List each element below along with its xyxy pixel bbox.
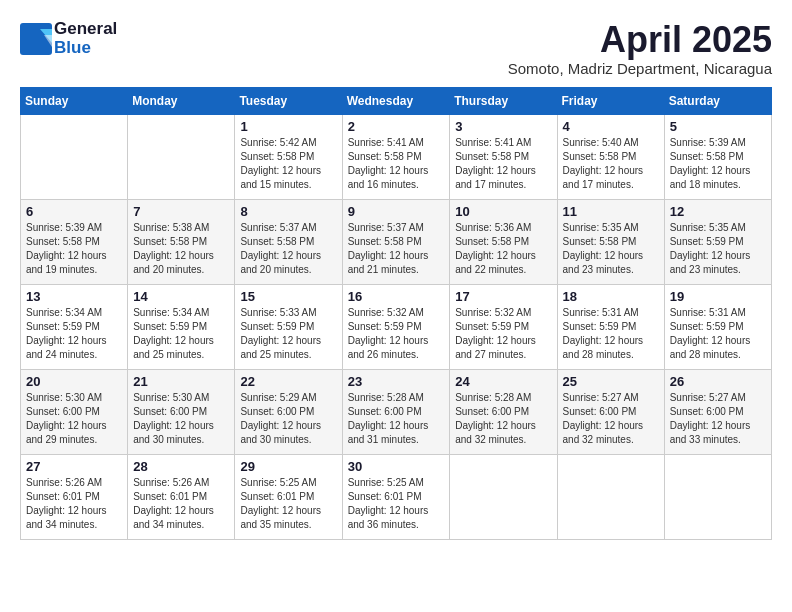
day-number: 10 xyxy=(455,204,551,219)
calendar-header-row: Sunday Monday Tuesday Wednesday Thursday… xyxy=(21,87,772,114)
day-info: Sunrise: 5:28 AMSunset: 6:00 PMDaylight:… xyxy=(455,391,551,447)
day-number: 30 xyxy=(348,459,445,474)
day-number: 28 xyxy=(133,459,229,474)
calendar-week-row: 1Sunrise: 5:42 AMSunset: 5:58 PMDaylight… xyxy=(21,114,772,199)
table-row: 26Sunrise: 5:27 AMSunset: 6:00 PMDayligh… xyxy=(664,369,771,454)
table-row: 14Sunrise: 5:34 AMSunset: 5:59 PMDayligh… xyxy=(128,284,235,369)
day-number: 27 xyxy=(26,459,122,474)
table-row: 29Sunrise: 5:25 AMSunset: 6:01 PMDayligh… xyxy=(235,454,342,539)
day-number: 2 xyxy=(348,119,445,134)
table-row: 20Sunrise: 5:30 AMSunset: 6:00 PMDayligh… xyxy=(21,369,128,454)
day-number: 29 xyxy=(240,459,336,474)
table-row: 21Sunrise: 5:30 AMSunset: 6:00 PMDayligh… xyxy=(128,369,235,454)
day-number: 5 xyxy=(670,119,766,134)
calendar-week-row: 27Sunrise: 5:26 AMSunset: 6:01 PMDayligh… xyxy=(21,454,772,539)
col-saturday: Saturday xyxy=(664,87,771,114)
table-row xyxy=(557,454,664,539)
table-row: 16Sunrise: 5:32 AMSunset: 5:59 PMDayligh… xyxy=(342,284,450,369)
day-info: Sunrise: 5:34 AMSunset: 5:59 PMDaylight:… xyxy=(133,306,229,362)
day-number: 15 xyxy=(240,289,336,304)
logo: General Blue xyxy=(20,20,117,57)
day-info: Sunrise: 5:37 AMSunset: 5:58 PMDaylight:… xyxy=(240,221,336,277)
table-row: 13Sunrise: 5:34 AMSunset: 5:59 PMDayligh… xyxy=(21,284,128,369)
day-number: 19 xyxy=(670,289,766,304)
day-info: Sunrise: 5:26 AMSunset: 6:01 PMDaylight:… xyxy=(133,476,229,532)
day-info: Sunrise: 5:29 AMSunset: 6:00 PMDaylight:… xyxy=(240,391,336,447)
table-row: 17Sunrise: 5:32 AMSunset: 5:59 PMDayligh… xyxy=(450,284,557,369)
table-row: 3Sunrise: 5:41 AMSunset: 5:58 PMDaylight… xyxy=(450,114,557,199)
day-info: Sunrise: 5:26 AMSunset: 6:01 PMDaylight:… xyxy=(26,476,122,532)
table-row: 2Sunrise: 5:41 AMSunset: 5:58 PMDaylight… xyxy=(342,114,450,199)
table-row xyxy=(664,454,771,539)
col-wednesday: Wednesday xyxy=(342,87,450,114)
day-number: 26 xyxy=(670,374,766,389)
day-info: Sunrise: 5:41 AMSunset: 5:58 PMDaylight:… xyxy=(455,136,551,192)
col-sunday: Sunday xyxy=(21,87,128,114)
day-number: 6 xyxy=(26,204,122,219)
logo-general: General xyxy=(54,20,117,39)
table-row: 8Sunrise: 5:37 AMSunset: 5:58 PMDaylight… xyxy=(235,199,342,284)
table-row xyxy=(450,454,557,539)
col-friday: Friday xyxy=(557,87,664,114)
day-info: Sunrise: 5:28 AMSunset: 6:00 PMDaylight:… xyxy=(348,391,445,447)
page-header: General Blue April 2025 Somoto, Madriz D… xyxy=(20,20,772,77)
day-info: Sunrise: 5:31 AMSunset: 5:59 PMDaylight:… xyxy=(670,306,766,362)
calendar-week-row: 6Sunrise: 5:39 AMSunset: 5:58 PMDaylight… xyxy=(21,199,772,284)
table-row: 18Sunrise: 5:31 AMSunset: 5:59 PMDayligh… xyxy=(557,284,664,369)
table-row: 10Sunrise: 5:36 AMSunset: 5:58 PMDayligh… xyxy=(450,199,557,284)
day-number: 3 xyxy=(455,119,551,134)
day-info: Sunrise: 5:37 AMSunset: 5:58 PMDaylight:… xyxy=(348,221,445,277)
day-number: 22 xyxy=(240,374,336,389)
table-row: 6Sunrise: 5:39 AMSunset: 5:58 PMDaylight… xyxy=(21,199,128,284)
day-number: 9 xyxy=(348,204,445,219)
calendar-table: Sunday Monday Tuesday Wednesday Thursday… xyxy=(20,87,772,540)
day-info: Sunrise: 5:35 AMSunset: 5:58 PMDaylight:… xyxy=(563,221,659,277)
col-monday: Monday xyxy=(128,87,235,114)
day-info: Sunrise: 5:30 AMSunset: 6:00 PMDaylight:… xyxy=(133,391,229,447)
day-number: 11 xyxy=(563,204,659,219)
day-number: 18 xyxy=(563,289,659,304)
day-number: 4 xyxy=(563,119,659,134)
day-info: Sunrise: 5:32 AMSunset: 5:59 PMDaylight:… xyxy=(455,306,551,362)
col-thursday: Thursday xyxy=(450,87,557,114)
day-info: Sunrise: 5:36 AMSunset: 5:58 PMDaylight:… xyxy=(455,221,551,277)
table-row: 4Sunrise: 5:40 AMSunset: 5:58 PMDaylight… xyxy=(557,114,664,199)
day-info: Sunrise: 5:42 AMSunset: 5:58 PMDaylight:… xyxy=(240,136,336,192)
day-number: 12 xyxy=(670,204,766,219)
table-row: 27Sunrise: 5:26 AMSunset: 6:01 PMDayligh… xyxy=(21,454,128,539)
day-info: Sunrise: 5:27 AMSunset: 6:00 PMDaylight:… xyxy=(563,391,659,447)
day-info: Sunrise: 5:33 AMSunset: 5:59 PMDaylight:… xyxy=(240,306,336,362)
day-number: 8 xyxy=(240,204,336,219)
day-info: Sunrise: 5:27 AMSunset: 6:00 PMDaylight:… xyxy=(670,391,766,447)
day-number: 7 xyxy=(133,204,229,219)
day-info: Sunrise: 5:32 AMSunset: 5:59 PMDaylight:… xyxy=(348,306,445,362)
logo-text: General Blue xyxy=(54,20,117,57)
day-number: 1 xyxy=(240,119,336,134)
day-info: Sunrise: 5:40 AMSunset: 5:58 PMDaylight:… xyxy=(563,136,659,192)
table-row: 15Sunrise: 5:33 AMSunset: 5:59 PMDayligh… xyxy=(235,284,342,369)
day-info: Sunrise: 5:41 AMSunset: 5:58 PMDaylight:… xyxy=(348,136,445,192)
day-number: 25 xyxy=(563,374,659,389)
day-info: Sunrise: 5:25 AMSunset: 6:01 PMDaylight:… xyxy=(240,476,336,532)
day-number: 17 xyxy=(455,289,551,304)
day-info: Sunrise: 5:39 AMSunset: 5:58 PMDaylight:… xyxy=(26,221,122,277)
day-number: 14 xyxy=(133,289,229,304)
day-number: 16 xyxy=(348,289,445,304)
table-row: 11Sunrise: 5:35 AMSunset: 5:58 PMDayligh… xyxy=(557,199,664,284)
day-number: 23 xyxy=(348,374,445,389)
day-number: 21 xyxy=(133,374,229,389)
col-tuesday: Tuesday xyxy=(235,87,342,114)
day-info: Sunrise: 5:35 AMSunset: 5:59 PMDaylight:… xyxy=(670,221,766,277)
calendar-week-row: 20Sunrise: 5:30 AMSunset: 6:00 PMDayligh… xyxy=(21,369,772,454)
table-row: 22Sunrise: 5:29 AMSunset: 6:00 PMDayligh… xyxy=(235,369,342,454)
calendar-week-row: 13Sunrise: 5:34 AMSunset: 5:59 PMDayligh… xyxy=(21,284,772,369)
table-row: 7Sunrise: 5:38 AMSunset: 5:58 PMDaylight… xyxy=(128,199,235,284)
day-number: 24 xyxy=(455,374,551,389)
day-number: 13 xyxy=(26,289,122,304)
table-row: 28Sunrise: 5:26 AMSunset: 6:01 PMDayligh… xyxy=(128,454,235,539)
day-info: Sunrise: 5:31 AMSunset: 5:59 PMDaylight:… xyxy=(563,306,659,362)
day-info: Sunrise: 5:34 AMSunset: 5:59 PMDaylight:… xyxy=(26,306,122,362)
logo-blue: Blue xyxy=(54,39,117,58)
table-row xyxy=(128,114,235,199)
table-row: 12Sunrise: 5:35 AMSunset: 5:59 PMDayligh… xyxy=(664,199,771,284)
